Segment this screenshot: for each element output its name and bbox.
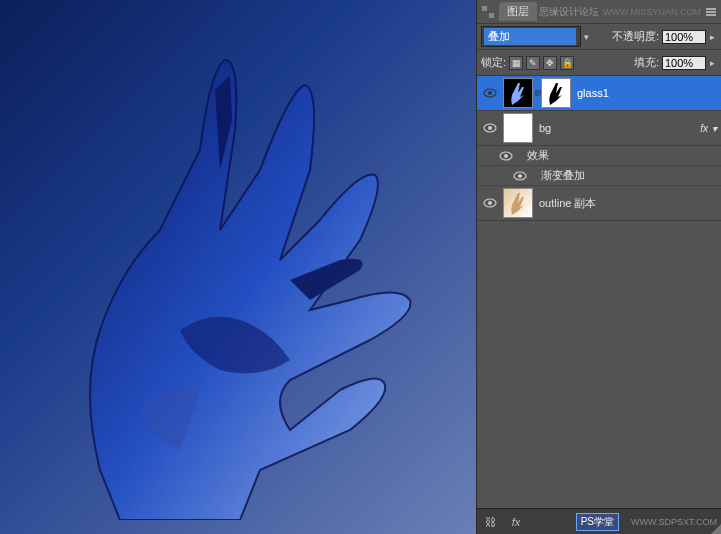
gradient-overlay-sublabel[interactable]: 渐变叠加 bbox=[477, 166, 721, 186]
eye-icon bbox=[483, 198, 497, 208]
panel-bottom-bar: ⛓ fx PS学堂 WWW.SDPSXT.COM bbox=[477, 508, 721, 534]
layer-thumbnail[interactable] bbox=[503, 78, 533, 108]
layer-thumbnail[interactable] bbox=[503, 113, 533, 143]
blend-mode-select[interactable]: 叠加 bbox=[481, 26, 581, 47]
eye-icon bbox=[513, 171, 527, 181]
layer-thumbnail[interactable] bbox=[503, 188, 533, 218]
hand-artwork bbox=[40, 30, 440, 520]
opacity-input[interactable] bbox=[662, 30, 706, 44]
effects-label: 效果 bbox=[527, 148, 549, 163]
layer-outline-copy[interactable]: outline 副本 bbox=[477, 186, 721, 221]
lock-transparent-icon[interactable]: ▦ bbox=[509, 56, 523, 70]
svg-point-11 bbox=[518, 174, 522, 178]
svg-rect-0 bbox=[482, 6, 487, 11]
panel-header: 图层 思缘设计论坛 WWW.MISSYUAN.COM bbox=[477, 0, 721, 24]
layers-tab[interactable]: 图层 bbox=[499, 2, 537, 21]
lock-row: 锁定: ▦ ✎ ✥ 🔒 填充: ▸ bbox=[477, 50, 721, 76]
fill-chevron-icon[interactable]: ▸ bbox=[707, 58, 717, 68]
canvas-area[interactable] bbox=[0, 0, 476, 534]
watermark-url: WWW.MISSYUAN.COM bbox=[603, 7, 701, 17]
layers-panel: 图层 思缘设计论坛 WWW.MISSYUAN.COM 叠加 ▾ 不透明度: ▸ … bbox=[476, 0, 721, 534]
blend-mode-value: 叠加 bbox=[484, 28, 576, 45]
opacity-chevron-icon[interactable]: ▸ bbox=[707, 32, 717, 42]
layer-style-icon[interactable]: fx bbox=[507, 513, 525, 531]
bottom-url: WWW.SDPSXT.COM bbox=[631, 517, 717, 527]
layer-name[interactable]: bg bbox=[539, 122, 551, 134]
svg-rect-1 bbox=[489, 13, 494, 18]
link-layers-icon[interactable]: ⛓ bbox=[481, 513, 499, 531]
watermark-text: 思缘设计论坛 bbox=[539, 5, 599, 19]
effects-sublabel[interactable]: 效果 bbox=[477, 146, 721, 166]
lock-paint-icon[interactable]: ✎ bbox=[526, 56, 540, 70]
svg-point-3 bbox=[488, 91, 492, 95]
layers-list: ⛓ glass1 bg fx ▾ 效果 bbox=[477, 76, 721, 508]
fx-indicator[interactable]: fx ▾ bbox=[700, 123, 717, 134]
svg-point-13 bbox=[488, 201, 492, 205]
eye-icon bbox=[483, 88, 497, 98]
layer-bg[interactable]: bg fx ▾ bbox=[477, 111, 721, 146]
lock-label: 锁定: bbox=[481, 55, 506, 70]
chevron-down-icon[interactable]: ▾ bbox=[584, 32, 589, 42]
fill-input[interactable] bbox=[662, 56, 706, 70]
visibility-toggle[interactable] bbox=[481, 84, 499, 102]
svg-point-9 bbox=[504, 154, 508, 158]
layer-glass1[interactable]: ⛓ glass1 bbox=[477, 76, 721, 111]
mask-thumbnail[interactable] bbox=[541, 78, 571, 108]
svg-point-7 bbox=[488, 126, 492, 130]
visibility-toggle[interactable] bbox=[511, 167, 529, 185]
layer-name[interactable]: outline 副本 bbox=[539, 196, 596, 211]
visibility-toggle[interactable] bbox=[497, 147, 515, 165]
blend-row: 叠加 ▾ 不透明度: ▸ bbox=[477, 24, 721, 50]
lock-all-icon[interactable]: 🔒 bbox=[560, 56, 574, 70]
opacity-label: 不透明度: bbox=[612, 29, 659, 44]
layer-name[interactable]: glass1 bbox=[577, 87, 609, 99]
eye-icon bbox=[483, 123, 497, 133]
panel-collapse-icon[interactable] bbox=[481, 5, 495, 19]
gradient-overlay-label: 渐变叠加 bbox=[541, 168, 585, 183]
lock-position-icon[interactable]: ✥ bbox=[543, 56, 557, 70]
visibility-toggle[interactable] bbox=[481, 119, 499, 137]
panel-menu-icon[interactable] bbox=[705, 6, 717, 18]
ps-badge: PS学堂 bbox=[576, 513, 619, 531]
fill-label: 填充: bbox=[634, 55, 659, 70]
eye-icon bbox=[499, 151, 513, 161]
visibility-toggle[interactable] bbox=[481, 194, 499, 212]
chevron-down-icon: ▾ bbox=[712, 123, 717, 134]
lock-buttons: ▦ ✎ ✥ 🔒 bbox=[509, 56, 574, 70]
fx-label: fx bbox=[700, 123, 708, 134]
resize-handle[interactable] bbox=[711, 524, 721, 534]
